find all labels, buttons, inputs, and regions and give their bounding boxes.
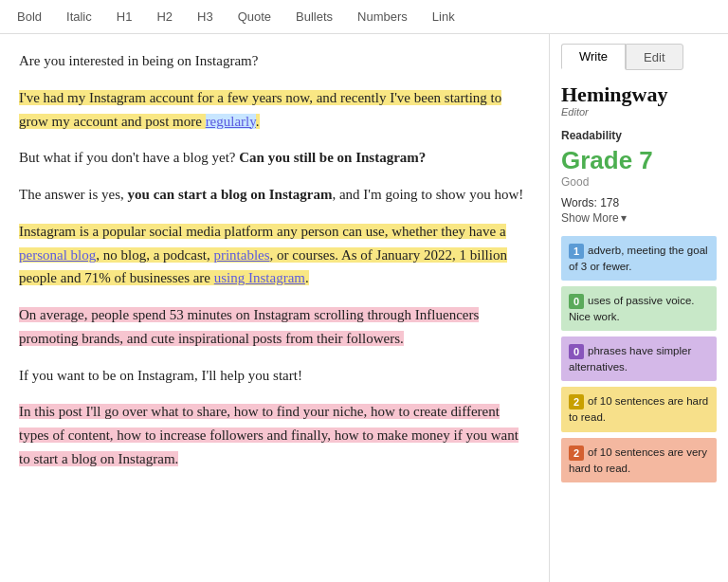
grade-desc: Good [561, 175, 717, 189]
paragraph-4: The answer is yes, you can start a blog … [19, 183, 530, 207]
paragraph-5: Instagram is a popular social media plat… [19, 220, 530, 290]
paragraph-1: Are you interested in being on Instagram… [19, 49, 530, 73]
toolbar-h3[interactable]: H3 [193, 8, 217, 26]
stat-card: 0uses of passive voice. Nice work. [561, 286, 717, 331]
paragraph-3: But what if you don't have a blog yet? C… [19, 146, 530, 170]
readability-label: Readability [561, 129, 717, 142]
stat-card: 2of 10 sentences are very hard to read. [561, 438, 717, 482]
paragraph-6: On average, people spend 53 minutes on I… [19, 303, 530, 351]
hemingway-logo: Hemingway Editor [561, 83, 717, 118]
stat-card: 1adverb, meeting the goal of 3 or fewer. [561, 236, 717, 281]
words-line: Words: 178 [561, 196, 717, 209]
stat-cards: 1adverb, meeting the goal of 3 or fewer.… [561, 236, 717, 482]
tab-edit[interactable]: Edit [626, 44, 682, 70]
toolbar-link[interactable]: Link [428, 8, 459, 26]
show-more-toggle[interactable]: Show More ▾ [561, 211, 717, 225]
editor-area[interactable]: Are you interested in being on Instagram… [0, 34, 550, 582]
toolbar-h2[interactable]: H2 [153, 8, 176, 26]
toolbar-italic[interactable]: Italic [63, 8, 96, 26]
toolbar-numbers[interactable]: Numbers [354, 8, 411, 26]
main-layout: Are you interested in being on Instagram… [0, 34, 728, 582]
toolbar-bold[interactable]: Bold [13, 8, 46, 26]
paragraph-8: In this post I'll go over what to share,… [19, 400, 530, 470]
paragraph-7: If you want to be on Instagram, I'll hel… [19, 364, 530, 388]
toolbar-h1[interactable]: H1 [113, 8, 136, 26]
stat-card: 0phrases have simpler alternatives. [561, 336, 717, 381]
sidebar: Write Edit Hemingway Editor Readability … [550, 34, 728, 582]
chevron-down-icon: ▾ [621, 211, 627, 225]
toolbar-quote[interactable]: Quote [234, 8, 275, 26]
grade-number: Grade 7 [561, 146, 717, 175]
toolbar-bullets[interactable]: Bullets [292, 8, 337, 26]
write-edit-tabs: Write Edit [561, 44, 717, 70]
paragraph-2: I've had my Instagram account for a few … [19, 86, 530, 134]
toolbar: Bold Italic H1 H2 H3 Quote Bullets Numbe… [0, 0, 728, 34]
stat-card: 2of 10 sentences are hard to read. [561, 387, 717, 431]
tab-write[interactable]: Write [561, 44, 626, 70]
